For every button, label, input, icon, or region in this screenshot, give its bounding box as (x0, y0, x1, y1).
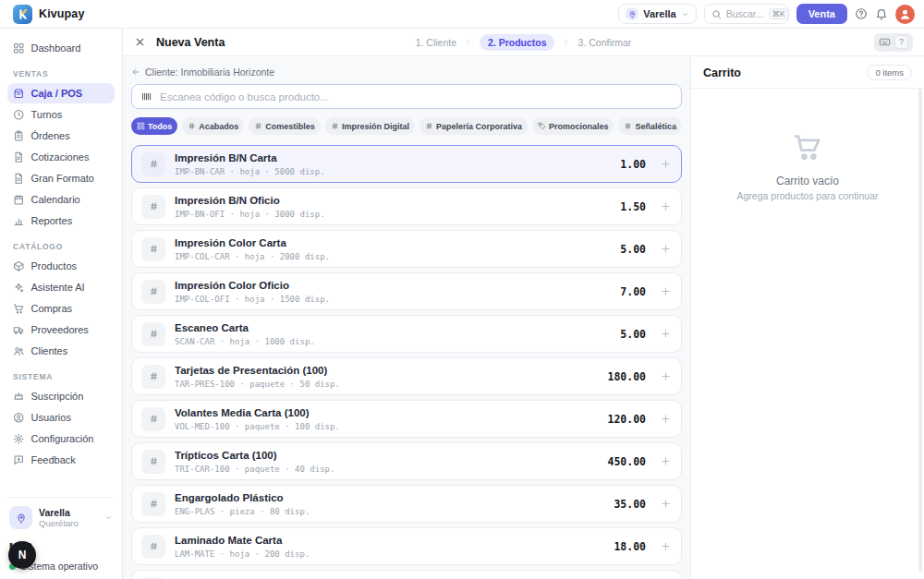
product-row[interactable]: Escaneo Carta SCAN-CAR · hoja · 1000 dis… (131, 315, 682, 353)
filter-label: Señalética (635, 122, 676, 131)
add-product-icon[interactable] (660, 498, 672, 510)
cart-count-badge: 0 items (867, 65, 912, 80)
sidebar-item-cotizaciones[interactable]: Cotizaciones (7, 147, 115, 167)
add-product-icon[interactable] (660, 243, 672, 255)
product-info: Impresión B/N Oficio IMP-BN-OFI · hoja ·… (175, 194, 611, 218)
step-1-cliente[interactable]: 1. Cliente (416, 37, 456, 48)
sidebar-item-gran-formato[interactable]: Gran Formato (7, 168, 115, 188)
sidebar-item-suscripcion[interactable]: Suscripción (7, 386, 115, 406)
product-info: Tarjetas de Presentación (100) TAR-PRES-… (175, 364, 598, 388)
filter-todos[interactable]: Todos (131, 117, 177, 135)
back-to-client-link[interactable]: Cliente: Inmobiliaria Horizonte (131, 66, 274, 78)
product-price: 7.00 (620, 285, 646, 298)
page-title: Nueva Venta (156, 36, 225, 49)
empty-cart-subtitle: Agrega productos para continuar (691, 190, 924, 201)
sidebar-item-label: Caja / POS (31, 88, 83, 99)
hash-icon (141, 152, 165, 176)
product-meta: IMP-COL-CAR · hoja · 2000 disp. (175, 252, 611, 261)
user-circle-icon (13, 412, 25, 424)
branch-name: Varella (39, 507, 79, 519)
sidebar-item-label: Gran Formato (31, 173, 94, 184)
add-product-icon[interactable] (660, 413, 672, 425)
sidebar-item-ordenes[interactable]: Órdenes (7, 126, 115, 146)
sidebar-item-reportes[interactable]: Reportes (7, 211, 115, 231)
hash-icon (141, 535, 165, 559)
product-row[interactable]: Trípticos Carta (100) TRI-CAR-100 · paqu… (131, 442, 682, 480)
filter-acabados[interactable]: Acabados (182, 117, 244, 135)
sidebar-item-asistente-ai[interactable]: Asistente AI (7, 277, 115, 297)
product-row[interactable]: Impresión B/N Carta IMP-BN-CAR · hoja · … (131, 145, 682, 183)
product-row[interactable]: Impresión Color Oficio IMP-COL-OFI · hoj… (131, 272, 682, 310)
sidebar-item-dashboard[interactable]: Dashboard (7, 38, 115, 58)
product-name: Impresión B/N Oficio (175, 194, 611, 207)
global-search[interactable]: Buscar... ⌘K (704, 4, 789, 24)
chevron-down-icon (104, 513, 113, 522)
help-icon[interactable] (855, 7, 868, 20)
product-row[interactable]: Impresión Color Carta IMP-COL-CAR · hoja… (131, 230, 682, 268)
notifications-bell-icon[interactable] (875, 7, 888, 20)
search-shortcut-kbd: ⌘K (769, 8, 789, 20)
topbar-actions: Varella Buscar... ⌘K Venta (618, 4, 915, 24)
sidebar-item-caja-pos[interactable]: Caja / POS (7, 83, 115, 103)
scrollbar[interactable] (918, 89, 922, 572)
shortcut-key: ? (894, 35, 908, 49)
sidebar-item-feedback[interactable]: Feedback (7, 450, 115, 470)
product-row[interactable]: Tarjetas de Presentación (100) TAR-PRES-… (131, 357, 682, 395)
filter-impresion-digital[interactable]: Impresión Digital (325, 117, 415, 135)
sidebar-item-configuracion[interactable]: Configuración (7, 428, 115, 449)
branch-switcher[interactable]: Varella Querétaro (7, 504, 115, 531)
sidebar-item-usuarios[interactable]: Usuarios (7, 407, 115, 428)
add-product-icon[interactable] (660, 540, 672, 552)
filter-label: Impresión Digital (342, 122, 409, 131)
filter-label: Comestibles (265, 122, 315, 131)
product-row[interactable]: Laminado Mate Carta LAM-MATE · hoja · 20… (131, 527, 682, 565)
keyboard-shortcuts-hint[interactable]: ? (874, 33, 913, 52)
add-product-icon[interactable] (660, 455, 672, 467)
product-row[interactable]: Stickers Vinil (10x10) STK-VIN · pieza ·… (131, 570, 682, 579)
sidebar-item-compras[interactable]: Compras (7, 298, 115, 319)
cart-panel: Carrito 0 items Carrito vacío Agrega pro… (690, 57, 924, 579)
product-name: Engargolado Plástico (175, 491, 604, 504)
hash-icon (141, 280, 165, 304)
product-meta: IMP-COL-OFI · hoja · 1500 disp. (175, 295, 611, 304)
product-meta: TRI-CAR-100 · paquete · 40 disp. (175, 464, 598, 474)
location-selector[interactable]: Varella (618, 4, 696, 24)
sidebar-item-proveedores[interactable]: Proveedores (7, 320, 115, 340)
sidebar-item-clientes[interactable]: Clientes (7, 341, 115, 361)
venta-button[interactable]: Venta (796, 4, 847, 24)
product-price: 35.00 (614, 498, 646, 511)
product-name: Tarjetas de Presentación (100) (175, 364, 598, 377)
arrow-left-icon (131, 67, 140, 77)
close-icon[interactable] (134, 36, 146, 48)
add-product-icon[interactable] (660, 285, 672, 297)
step-2-productos[interactable]: 2. Productos (480, 34, 555, 51)
sidebar-item-productos[interactable]: Productos (7, 256, 115, 276)
sidebar-item-turnos[interactable]: Turnos (7, 104, 115, 125)
product-name: Escaneo Carta (175, 321, 611, 334)
cart-title: Carrito (703, 66, 741, 79)
chart-icon (13, 215, 25, 227)
gear-icon (13, 433, 25, 445)
filter-senaletica[interactable]: Señalética (618, 117, 682, 135)
product-row[interactable]: Volantes Media Carta (100) VOL-MED-100 ·… (131, 400, 682, 438)
add-product-icon[interactable] (660, 158, 672, 170)
product-meta: LAM-MATE · hoja · 200 disp. (175, 549, 604, 559)
product-info: Escaneo Carta SCAN-CAR · hoja · 1000 dis… (175, 321, 611, 345)
filter-comestibles[interactable]: Comestibles (249, 117, 321, 135)
step-3-confirmar[interactable]: 3. Confirmar (578, 37, 632, 48)
product-row[interactable]: Engargolado Plástico ENG-PLAS · pieza · … (131, 485, 682, 523)
product-search-input[interactable] (160, 91, 673, 103)
add-product-icon[interactable] (660, 328, 672, 340)
add-product-icon[interactable] (660, 370, 672, 382)
hash-icon (141, 407, 165, 431)
add-product-icon[interactable] (660, 200, 672, 212)
product-meta: TAR-PRES-100 · paquete · 50 disp. (175, 380, 598, 389)
product-row[interactable]: Impresión B/N Oficio IMP-BN-OFI · hoja ·… (131, 187, 682, 225)
sidebar-item-label: Reportes (31, 215, 73, 226)
user-avatar[interactable] (895, 5, 915, 24)
notifications-widget-bubble[interactable]: N (8, 541, 36, 569)
filter-promocionales[interactable]: Promocionales (532, 117, 614, 135)
sidebar-item-calendario[interactable]: Calendario (7, 189, 115, 210)
filter-papeleria-corporativa[interactable]: Papelería Corporativa (419, 117, 528, 135)
product-price: 1.50 (620, 200, 646, 213)
